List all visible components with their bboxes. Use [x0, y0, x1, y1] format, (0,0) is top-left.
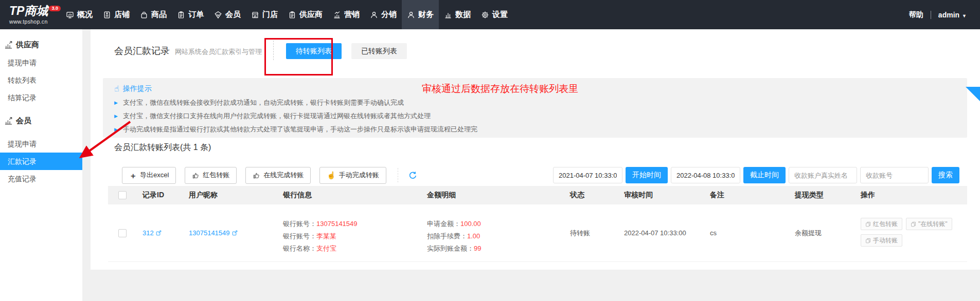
content-panel: 会员汇款记录 网站系统会员汇款索引与管理 待转账列表 已转账列表 ☝ 操作提示 … — [91, 29, 980, 270]
sidebar-item-member-withdraw-apply[interactable]: 提现申请 — [0, 135, 82, 153]
col-bank-info: 银行信息 — [268, 191, 406, 200]
goods-bag-icon — [140, 11, 148, 19]
tab-completed-transfer[interactable]: 已转账列表 — [351, 43, 407, 59]
row-manual-transfer-button[interactable]: 手动转账 — [861, 234, 902, 247]
row-checkbox[interactable] — [118, 229, 127, 237]
bullet-arrow-icon: ▶ — [114, 100, 118, 105]
nav-item-distribution[interactable]: 分销 — [365, 0, 402, 29]
nav-item-marketing[interactable]: 营销 — [328, 0, 365, 29]
start-time-input[interactable] — [553, 167, 622, 183]
payee-account-input[interactable] — [860, 167, 929, 183]
sidebar-group-supplier[interactable]: 供应商 — [0, 35, 82, 54]
doc-icon — [865, 238, 871, 243]
nav-item-settings[interactable]: 设置 — [476, 0, 513, 29]
navbar-right: 帮助 admin▼ — [909, 10, 980, 20]
corner-fold-toggle[interactable] — [966, 87, 980, 101]
hand-pointer-icon: ☝ — [327, 172, 335, 179]
transfer-table: 记录ID 用户昵称 银行信息 金额明细 状态 审核时间 备注 提现类型 操作 3… — [108, 186, 967, 262]
user-menu[interactable]: admin▼ — [938, 11, 967, 19]
nav-item-data[interactable]: 数据 — [439, 0, 476, 29]
end-time-button[interactable]: 截止时间 — [743, 167, 786, 183]
tip-line: ▶支付宝，微信在线转账会接收到付款成功通知，自动完成转账，银行卡转账则需要手动确… — [114, 99, 956, 107]
chevron-down-icon: ▼ — [962, 13, 967, 18]
header-divider — [273, 41, 274, 60]
page-title: 会员汇款记录 — [114, 45, 170, 57]
redpacket-transfer-button[interactable]: 红包转账 — [185, 167, 237, 184]
search-button[interactable]: 搜索 — [932, 167, 959, 183]
top-navbar: TP商城 3.0 www.tpshop.cn 概况 店铺 商品 订单 会员 门店… — [0, 0, 980, 29]
toolbar: ＋导出excel 红包转账 在线完成转账 ☝手动完成转账 开始时间 截止时间 搜… — [122, 166, 959, 184]
nav-item-suppliers[interactable]: 供应商 — [283, 0, 328, 29]
external-link-icon — [156, 230, 162, 236]
row-online-transfer-button[interactable]: "在线转账" — [906, 218, 952, 230]
sidebar-item-supplier-withdraw-apply[interactable]: 提现申请 — [0, 54, 82, 71]
manual-complete-transfer-button[interactable]: ☝手动完成转账 — [319, 167, 386, 184]
nav-item-members[interactable]: 会员 — [209, 0, 246, 29]
hand-pointer-icon: ☝ — [114, 85, 119, 93]
filter-bar: 开始时间 截止时间 搜索 — [553, 167, 959, 183]
nickname-link[interactable]: 13075141549 — [189, 229, 238, 237]
marketing-chart-icon — [333, 11, 341, 19]
operation-tips-box: ☝ 操作提示 审核通过后数据存放在待转账列表里 ▶支付宝，微信在线转账会接收到付… — [103, 78, 967, 138]
page-header: 会员汇款记录 网站系统会员汇款索引与管理 待转账列表 已转账列表 — [91, 29, 980, 60]
nav-item-goods[interactable]: 商品 — [135, 0, 172, 29]
sidebar-item-remittance-records[interactable]: 汇款记录 — [0, 153, 82, 170]
page-subtitle: 网站系统会员汇款索引与管理 — [175, 47, 262, 57]
col-record-id: 记录ID — [136, 191, 183, 200]
trend-chart-icon — [4, 117, 13, 125]
export-excel-button[interactable]: ＋导出excel — [122, 167, 176, 184]
overview-icon — [66, 11, 74, 19]
sidebar-item-recharge-records[interactable]: 充值记录 — [0, 170, 82, 187]
nav-item-shop[interactable]: 店铺 — [98, 0, 135, 29]
logo-title: TP商城 — [9, 5, 48, 17]
member-badge-icon — [214, 11, 222, 19]
distribution-person-icon — [370, 11, 378, 19]
logo-url: www.tpshop.cn — [9, 18, 61, 25]
storefront-icon — [251, 11, 259, 19]
row-redpacket-transfer-button[interactable]: 红包转账 — [861, 218, 902, 230]
navbar-divider — [931, 11, 931, 19]
sidebar: 供应商 提现申请 转款列表 结算记录 会员 提现申请 汇款记录 充值记录 — [0, 29, 82, 301]
bullet-arrow-icon: ▶ — [114, 114, 118, 119]
actions-cell: 红包转账 "在线转账" 手动转账 — [857, 204, 967, 261]
col-status: 状态 — [561, 191, 615, 200]
col-nickname: 用户昵称 — [183, 191, 268, 200]
start-time-button[interactable]: 开始时间 — [626, 167, 668, 183]
finance-person-icon — [407, 11, 415, 19]
tab-pending-transfer[interactable]: 待转账列表 — [286, 43, 342, 59]
sidebar-item-transfer-list[interactable]: 转款列表 — [0, 71, 82, 89]
sidebar-item-settlement-records[interactable]: 结算记录 — [0, 89, 82, 106]
col-audit-time: 审核时间 — [615, 191, 702, 200]
help-link[interactable]: 帮助 — [909, 10, 923, 20]
supplier-clipboard-icon — [288, 11, 296, 19]
nav-item-stores[interactable]: 门店 — [246, 0, 283, 29]
order-clipboard-icon — [177, 11, 185, 19]
col-amount-detail: 金额明细 — [406, 191, 561, 200]
main-menu: 概况 店铺 商品 订单 会员 门店 供应商 营销 分销 财务 数据 设置 — [61, 0, 513, 29]
refresh-button[interactable] — [408, 171, 417, 180]
nav-item-finance[interactable]: 财务 — [402, 0, 439, 29]
logo[interactable]: TP商城 3.0 www.tpshop.cn — [0, 5, 61, 25]
col-withdraw-type: 提现类型 — [787, 191, 857, 200]
end-time-input[interactable] — [671, 167, 740, 183]
select-all-checkbox[interactable] — [118, 191, 127, 199]
payee-real-name-input[interactable] — [789, 167, 857, 183]
external-link-icon — [232, 230, 238, 236]
red-annotation-text: 审核通过后数据存放在待转账列表里 — [422, 82, 578, 96]
doc-icon — [911, 221, 916, 227]
toolbar-divider — [398, 168, 398, 182]
nav-item-orders[interactable]: 订单 — [172, 0, 209, 29]
plus-icon: ＋ — [129, 172, 137, 179]
app-root: TP商城 3.0 www.tpshop.cn 概况 店铺 商品 订单 会员 门店… — [0, 0, 980, 301]
record-id-link[interactable]: 312 — [142, 229, 162, 237]
status-cell: 待转账 — [561, 204, 615, 261]
logo-version-badge: 3.0 — [49, 6, 61, 11]
col-actions: 操作 — [857, 191, 967, 200]
thumb-up-icon — [192, 172, 200, 179]
sidebar-group-member[interactable]: 会员 — [0, 111, 82, 130]
col-note: 备注 — [702, 191, 787, 200]
table-header-row: 记录ID 用户昵称 银行信息 金额明细 状态 审核时间 备注 提现类型 操作 — [108, 186, 967, 204]
trend-chart-icon — [4, 41, 13, 49]
nav-item-overview[interactable]: 概况 — [61, 0, 98, 29]
online-complete-transfer-button[interactable]: 在线完成转账 — [245, 167, 311, 184]
